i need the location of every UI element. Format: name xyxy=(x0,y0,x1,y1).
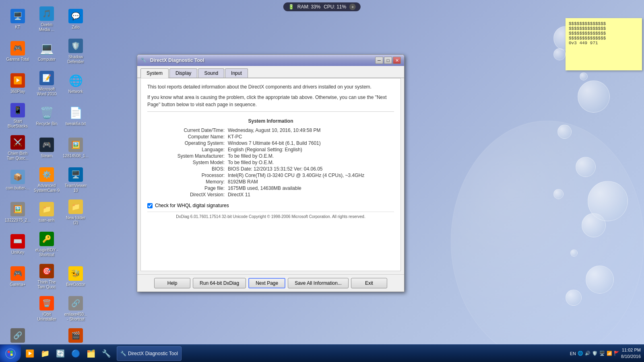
tray-monitor-icon: 🖥️ xyxy=(599,351,605,356)
maximize-button[interactable]: □ xyxy=(384,57,392,64)
icon-garena-total[interactable]: 🎮 Garena Total xyxy=(3,35,32,68)
tray-sound-icon: 🔊 xyxy=(585,351,590,356)
tray-security-icon: 🛡️ xyxy=(592,351,598,356)
intro-text-2: If you know what area is causing the pro… xyxy=(147,94,394,108)
divider xyxy=(147,111,394,112)
icon-garena-plus[interactable]: 🎮 Garena+ xyxy=(3,261,32,293)
icon-teamviewer[interactable]: 🖥️ TeamViewer10 xyxy=(61,164,90,196)
info-row: Current Date/Time: Wednesday, August 10,… xyxy=(147,127,394,134)
desktop: 🔋 RAM: 33% CPU: 11% + 🖥️ KT 🎵 OxelmMedia… xyxy=(0,0,644,362)
icon-computer[interactable]: 💻 Computer xyxy=(32,35,61,68)
taskbar-icon-clockwise[interactable]: 🔄 xyxy=(53,346,68,361)
svg-rect-1 xyxy=(8,351,10,353)
icon-13222975[interactable]: 🖼️ 13222975_2... xyxy=(3,196,32,228)
bubble-deco xyxy=(578,80,610,113)
icon-beedoctor[interactable]: 🐝 BeeDoctor xyxy=(61,261,90,293)
icon-bluestacks[interactable]: 📱 StartBlueStacks xyxy=(3,100,32,132)
exit-button[interactable]: Exit xyxy=(351,278,387,288)
info-row: Operating System: Windows 7 Ultimate 64-… xyxy=(147,140,394,146)
icon-steam[interactable]: 🎮 Steam xyxy=(32,132,61,164)
save-all-button[interactable]: Save All Information... xyxy=(288,278,349,288)
icon-360play[interactable]: ▶️ 360Play xyxy=(3,68,32,100)
icon-recycle-bin[interactable]: 🗑️ Recycle Bin xyxy=(32,100,61,132)
start-button[interactable] xyxy=(0,345,21,362)
taskbar-icon-blue[interactable]: 🔵 xyxy=(68,346,83,361)
window-title: DirectX Diagnostic Tool xyxy=(149,58,374,63)
taskbar-quick-launch: ▶️ 📁 🔄 🔵 🗂️ 🔧 xyxy=(21,345,115,362)
taskbar-apps: 🔧 DirectX Diagnostic Tool xyxy=(115,345,567,362)
svg-rect-4 xyxy=(10,354,13,356)
clock-time: 11:02 PM xyxy=(621,347,641,353)
taskbar-icon-tool[interactable]: 🔧 xyxy=(99,346,114,361)
battery-icon: 🔋 xyxy=(288,4,294,10)
taskbar-icon-explorer[interactable]: 📁 xyxy=(38,346,52,361)
icon-network[interactable]: 🌐 Network xyxy=(61,68,90,100)
tray-lang: EN xyxy=(570,351,576,356)
icon-combutter[interactable]: 📦 com.butter-... xyxy=(3,164,32,196)
info-row: System Model: To be filled by O.E.M. xyxy=(147,159,394,166)
icon-chienbinh[interactable]: ⚔️ Chien BinhTam Quoc... xyxy=(3,132,32,164)
svg-point-0 xyxy=(6,349,15,358)
tab-sound[interactable]: Sound xyxy=(198,68,224,78)
tab-system[interactable]: System xyxy=(140,68,169,78)
tab-display[interactable]: Display xyxy=(169,68,197,78)
taskbar: ▶️ 📁 🔄 🔵 🗂️ 🔧 🔧 DirectX Diagnostic Tool … xyxy=(0,344,644,362)
info-row: Page file: 1675MB used, 14638MB availabl… xyxy=(147,185,394,191)
bubble-deco xyxy=(553,48,566,60)
icon-tuananh[interactable]: 📁 tuan-anh xyxy=(32,196,61,228)
taskbar-icon-cards[interactable]: 🗂️ xyxy=(84,346,98,361)
whql-label: Check for WHQL digital signatures xyxy=(155,203,229,208)
whql-checkbox[interactable] xyxy=(147,203,153,208)
window-controls: ─ □ ✕ xyxy=(375,57,401,64)
info-row: DirectX Version: DirectX 11 xyxy=(147,191,394,198)
fish-bg xyxy=(451,121,644,362)
info-table: Current Date/Time: Wednesday, August 10,… xyxy=(147,127,394,198)
info-row: Memory: 8192MB RAM xyxy=(147,179,394,185)
icon-newfolder[interactable]: 📁 New folder(2) xyxy=(61,196,90,228)
dxdiag-window: 🔧 DirectX Diagnostic Tool ─ □ ✕ System D… xyxy=(137,54,405,292)
info-row: BIOS: BIOS Date: 12/20/13 15:31:52 Ver: … xyxy=(147,166,394,172)
close-button[interactable]: ✕ xyxy=(393,57,401,64)
icon-shadow-defender[interactable]: 🛡️ ShadowDefender xyxy=(61,35,90,68)
plus-btn[interactable]: + xyxy=(349,4,356,10)
icon-12814508[interactable]: 🖼️ 12814508_1... xyxy=(61,132,90,164)
tray-network-icon: 🌐 xyxy=(578,351,583,356)
intro-text-1: This tool reports detailed information a… xyxy=(147,83,394,90)
ram-label: RAM: 33% xyxy=(297,4,320,10)
icon-thinhthe[interactable]: 🎯 Thinh TheTam Quoc xyxy=(32,261,61,293)
run64-button[interactable]: Run 64-bit DxDiag xyxy=(193,278,246,288)
tab-input[interactable]: Input xyxy=(225,68,248,78)
next-page-button[interactable]: Next Page xyxy=(248,278,285,288)
icon-kt[interactable]: 🖥️ KT xyxy=(3,3,32,35)
info-row: System Manufacturer: To be filled by O.E… xyxy=(147,153,394,159)
tray-wifi-icon: 📶 xyxy=(607,351,612,356)
cpu-label: CPU: 11% xyxy=(324,4,346,10)
icon-tweak[interactable]: 📄 tweak6a.txt xyxy=(61,100,90,132)
sticky-note: $$$$$$$$$$$$$$ $$$$$$$$$$$$$$ $$$$$$$$$$… xyxy=(566,18,642,70)
footer-text: DxDiag 6.01.7601.17514 32-bit Unicode Co… xyxy=(147,212,394,219)
tab-bar: System Display Sound Input xyxy=(137,66,404,78)
icon-advanced[interactable]: ⚙️ AdvancedSystemCare-9 xyxy=(32,164,61,196)
svg-rect-3 xyxy=(8,354,10,356)
desktop-icons-area: 🖥️ KT 🎵 OxelmMedia ... 💬 Zalo 🎮 Garena T… xyxy=(0,0,117,330)
system-tray: EN 🌐 🔊 🛡️ 🖥️ 📶 🚩 11:02 PM 8/10/2016 xyxy=(567,345,644,362)
svg-rect-2 xyxy=(10,351,13,353)
icon-iobit[interactable]: 🗑️ IObitUninstaller xyxy=(32,293,61,325)
section-title: System Information xyxy=(147,118,394,124)
icon-ms-word[interactable]: 📝 MicrosoftWord 2010 xyxy=(32,68,61,100)
icon-oxelm[interactable]: 🎵 OxelmMedia ... xyxy=(32,3,61,35)
icon-unikey[interactable]: ⌨️ UniKey xyxy=(3,228,32,261)
status-bar: 🔋 RAM: 33% CPU: 11% + xyxy=(283,2,361,11)
info-row: Computer Name: KT-PC xyxy=(147,134,394,140)
window-titlebar: 🔧 DirectX Diagnostic Tool ─ □ ✕ xyxy=(137,55,404,66)
icon-zalo[interactable]: 💬 Zalo xyxy=(61,3,90,35)
taskbar-icon-media[interactable]: ▶️ xyxy=(23,346,37,361)
help-button[interactable]: Help xyxy=(154,278,190,288)
button-bar: Help Run 64-bit DxDiag Next Page Save Al… xyxy=(137,274,404,292)
minimize-button[interactable]: ─ xyxy=(375,57,383,64)
icon-enilaxe[interactable]: 🔗 enilaxe450...- Shortcut xyxy=(61,293,90,325)
icon-elogin[interactable]: 🔑 eLoginBDY -Shortcut xyxy=(32,228,61,261)
info-row: Processor: Intel(R) Core(TM) i3-3240 CPU… xyxy=(147,172,394,179)
checkbox-row: Check for WHQL digital signatures xyxy=(147,203,394,208)
taskbar-app-dxdiag[interactable]: 🔧 DirectX Diagnostic Tool xyxy=(117,346,182,361)
